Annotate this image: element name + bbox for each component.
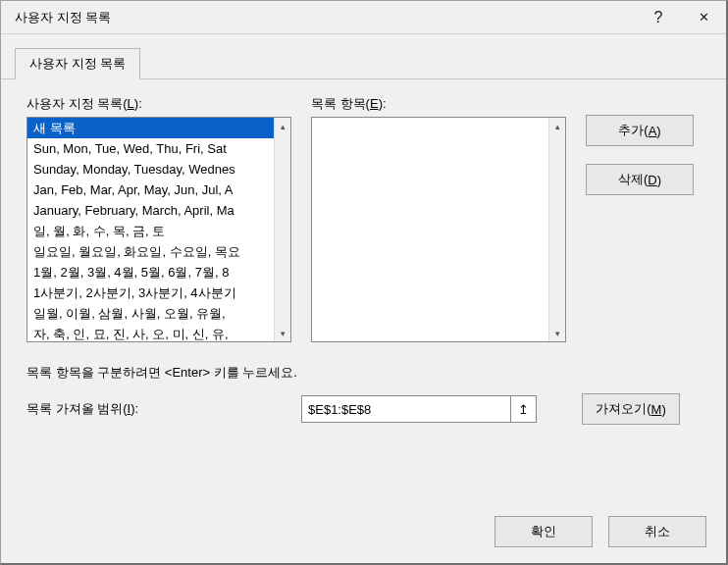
scroll-up-icon[interactable]: ▴ xyxy=(275,118,290,134)
list-item[interactable]: 새 목록 xyxy=(27,118,274,138)
tab-label: 사용자 지정 목록 xyxy=(29,56,126,71)
list-item[interactable]: 1월, 2월, 3월, 4월, 5월, 6월, 7월, 8 xyxy=(27,262,274,282)
range-picker-icon: ↥ xyxy=(518,402,529,417)
scroll-up-icon[interactable]: ▴ xyxy=(549,118,565,134)
dialog-title: 사용자 지정 목록 xyxy=(15,9,111,26)
list-item[interactable]: Jan, Feb, Mar, Apr, May, Jun, Jul, A xyxy=(27,180,274,200)
range-picker-button[interactable]: ↥ xyxy=(510,396,536,422)
tab-bar: 사용자 지정 목록 xyxy=(1,34,726,79)
tab-custom-lists[interactable]: 사용자 지정 목록 xyxy=(15,48,140,79)
list-entries-label: 목록 항목(E): xyxy=(311,95,566,113)
custom-lists-listbox[interactable]: 새 목록Sun, Mon, Tue, Wed, Thu, Fri, SatSun… xyxy=(26,117,291,342)
scroll-down-icon[interactable]: ▾ xyxy=(275,325,290,341)
titlebar-controls: ? ✕ xyxy=(636,1,726,33)
scrollbar[interactable]: ▴ ▾ xyxy=(548,118,565,341)
list-item[interactable]: January, February, March, April, Ma xyxy=(27,200,274,221)
close-icon: ✕ xyxy=(699,10,709,25)
titlebar: 사용자 지정 목록 ? ✕ xyxy=(1,1,726,34)
list-item[interactable]: 일, 월, 화, 수, 목, 금, 토 xyxy=(27,221,274,241)
hint-text: 목록 항목을 구분하려면 <Enter> 키를 누르세요. xyxy=(26,364,706,382)
import-range-refedit[interactable]: ↥ xyxy=(301,395,537,423)
ok-label: 확인 xyxy=(531,523,556,540)
dialog-content: 사용자 지정 목록(L): 새 목록Sun, Mon, Tue, Wed, Th… xyxy=(1,79,726,435)
list-item[interactable]: Sun, Mon, Tue, Wed, Thu, Fri, Sat xyxy=(27,138,274,159)
list-item[interactable]: 일월, 이월, 삼월, 사월, 오월, 유월, xyxy=(27,303,274,324)
import-range-input[interactable] xyxy=(302,396,510,422)
custom-lists-dialog: 사용자 지정 목록 ? ✕ 사용자 지정 목록 사용자 지정 목록(L): 새 … xyxy=(0,0,728,565)
scroll-down-icon[interactable]: ▾ xyxy=(549,325,565,341)
cancel-button[interactable]: 취소 xyxy=(608,516,706,547)
help-button[interactable]: ? xyxy=(636,1,681,33)
add-button[interactable]: 추가(A) xyxy=(586,115,694,146)
scrollbar[interactable]: ▴ ▾ xyxy=(274,118,290,341)
dialog-footer: 확인 취소 xyxy=(1,500,726,563)
import-range-label: 목록 가져올 범위(I): xyxy=(26,400,284,418)
cancel-label: 취소 xyxy=(645,523,670,540)
list-item[interactable]: 일요일, 월요일, 화요일, 수요일, 목요 xyxy=(27,241,274,262)
ok-button[interactable]: 확인 xyxy=(494,516,593,547)
close-button[interactable]: ✕ xyxy=(681,1,726,33)
list-entries-textarea[interactable]: ▴ ▾ xyxy=(311,117,566,342)
import-button[interactable]: 가져오기(M) xyxy=(582,393,680,425)
list-item[interactable]: 자, 축, 인, 묘, 진, 사, 오, 미, 신, 유, xyxy=(27,324,274,341)
list-item[interactable]: 1사분기, 2사분기, 3사분기, 4사분기 xyxy=(27,282,274,303)
list-item[interactable]: Sunday, Monday, Tuesday, Wednes xyxy=(27,159,274,180)
delete-button[interactable]: 삭제(D) xyxy=(586,164,694,195)
custom-lists-label: 사용자 지정 목록(L): xyxy=(26,95,291,113)
